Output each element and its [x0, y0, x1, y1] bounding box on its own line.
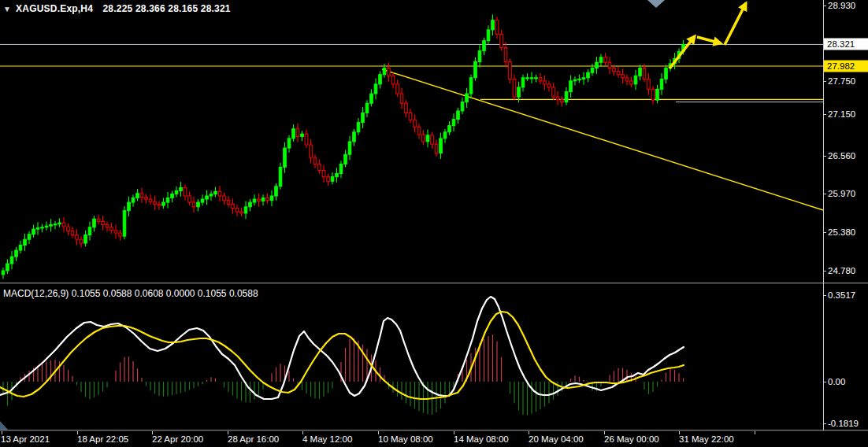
macd-axis-label: 0.3517 [828, 290, 855, 300]
time-axis-label: 22 Apr 20:00 [152, 434, 203, 444]
price-tick [823, 156, 826, 157]
macd-axis-label: 0.00 [828, 377, 845, 386]
price-tick [823, 232, 826, 233]
price-axis-label: 25.970 [828, 189, 855, 198]
price-axis-label: 27.750 [828, 76, 855, 86]
macd-tick [823, 382, 826, 382]
macd-tick [823, 295, 826, 296]
price-tick [823, 6, 826, 6]
symbol-dropdown-icon[interactable]: ▼ [3, 5, 11, 13]
macd-histogram [3, 334, 684, 415]
symbol-timeframe-label: XAGUSD.Exp,H4 [16, 3, 93, 14]
price-axis-label: 27.150 [828, 109, 855, 119]
descending-trendline[interactable] [382, 69, 823, 210]
ohlc-values: 28.225 28.366 28.165 28.321 [102, 3, 230, 14]
time-axis-label: 31 May 22:00 [679, 434, 734, 444]
price-axis-label: 24.780 [828, 266, 855, 275]
time-axis-label: 26 May 00:00 [604, 434, 659, 444]
projection-arrows[interactable] [670, 3, 746, 68]
macd-indicator-label: MACD(12,26,9) 0.1055 0.0588 0.0608 0.000… [3, 288, 258, 299]
time-axis-label: 13 Apr 2021 [1, 434, 50, 444]
scroll-marker-icon [0, 421, 8, 430]
down-triangle-marker[interactable] [647, 0, 665, 8]
time-axis-label: 18 Apr 22:05 [77, 434, 128, 444]
time-axis-label: 14 May 08:00 [454, 434, 509, 444]
price-axis-label: 26.560 [828, 151, 855, 161]
price-tick [823, 194, 826, 194]
price-tick [823, 271, 826, 272]
candlestick-series [2, 14, 684, 279]
time-axis[interactable]: 13 Apr 202118 Apr 22:0522 Apr 20:0028 Ap… [0, 431, 868, 447]
panel-separator[interactable] [0, 283, 868, 284]
horizontal-price-lines[interactable] [0, 44, 823, 102]
time-axis-label: 4 May 12:00 [302, 434, 352, 444]
price-tick [823, 114, 826, 115]
chart-canvas[interactable] [0, 0, 868, 447]
price-axis-label: 28.930 [828, 1, 855, 10]
time-axis-label: 28 Apr 16:00 [228, 434, 279, 444]
macd-tick [823, 423, 826, 424]
price-tick [823, 81, 826, 82]
time-axis-label: 10 May 08:00 [378, 434, 433, 444]
price-axis-label: 25.380 [828, 227, 855, 237]
time-tick [755, 431, 755, 434]
bid-price-tag: 28.321 [824, 39, 868, 50]
yellow-line-price-tag: 27.982 [824, 60, 868, 72]
macd-axis-label: -0.1819 [828, 419, 859, 428]
time-axis-label: 20 May 04:00 [529, 434, 584, 444]
chart-title: ▼XAGUSD.Exp,H4 28.225 28.366 28.165 28.3… [3, 3, 231, 14]
trading-terminal-window: ▼XAGUSD.Exp,H4 28.225 28.366 28.165 28.3… [0, 0, 868, 447]
